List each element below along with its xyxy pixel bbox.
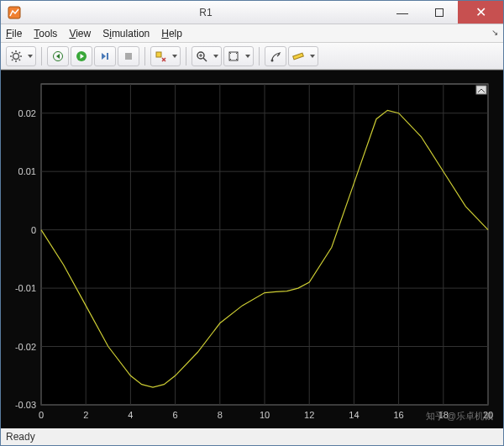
svg-line-10 [19, 52, 20, 53]
step-back-button[interactable] [47, 46, 69, 66]
svg-point-2 [13, 53, 19, 59]
svg-text:0.01: 0.01 [18, 166, 36, 176]
window-title: R1 [28, 7, 384, 18]
zoom-button[interactable] [192, 46, 222, 66]
menu-help[interactable]: Help [161, 28, 182, 39]
run-icon [76, 50, 87, 62]
configure-button[interactable] [6, 46, 36, 66]
svg-rect-14 [125, 53, 132, 60]
svg-rect-1 [436, 8, 444, 16]
menu-bar: File Tools View Simulation Help ↘ [1, 24, 503, 43]
svg-text:8: 8 [218, 410, 223, 420]
svg-line-9 [12, 59, 13, 60]
svg-text:14: 14 [349, 410, 359, 420]
minimize-button[interactable]: — [384, 1, 421, 24]
status-text: Ready [6, 431, 35, 443]
ruler-icon [292, 50, 304, 62]
cursor-button[interactable] [265, 46, 286, 66]
svg-text:6: 6 [173, 410, 178, 420]
svg-text:0: 0 [39, 410, 44, 420]
menu-corner-icon[interactable]: ↘ [491, 28, 498, 37]
gear-icon [10, 50, 22, 62]
svg-text:2: 2 [83, 410, 88, 420]
close-button[interactable]: ✕ [458, 1, 503, 24]
svg-line-8 [19, 59, 20, 60]
status-bar: Ready [1, 428, 503, 444]
step-forward-button[interactable] [94, 46, 116, 66]
svg-rect-15 [156, 52, 161, 57]
highlight-icon [155, 50, 166, 62]
plot-area[interactable]: 02468101214161820-0.03-0.02-0.0100.010.0… [1, 70, 503, 428]
svg-text:20: 20 [483, 410, 493, 420]
svg-text:0.02: 0.02 [18, 108, 36, 118]
svg-line-7 [12, 52, 13, 53]
chevron-down-icon [213, 55, 218, 58]
maximize-button[interactable] [421, 1, 458, 24]
toolbar-separator [259, 47, 260, 66]
svg-text:-0.01: -0.01 [15, 283, 36, 293]
stop-icon [123, 50, 134, 62]
window-buttons: — ✕ [384, 1, 503, 24]
svg-text:-0.03: -0.03 [15, 400, 36, 410]
svg-rect-22 [293, 53, 304, 60]
toolbar [1, 43, 503, 70]
toolbar-separator [41, 47, 42, 66]
highlight-button[interactable] [150, 46, 181, 66]
chevron-down-icon [310, 55, 315, 58]
cursor-icon [270, 50, 281, 62]
stop-button[interactable] [118, 46, 139, 66]
svg-text:10: 10 [260, 410, 270, 420]
chevron-down-icon [28, 55, 33, 58]
step-back-icon [52, 50, 64, 62]
autoscale-icon [228, 50, 239, 62]
svg-text:16: 16 [393, 410, 403, 420]
svg-text:12: 12 [304, 410, 314, 420]
app-icon [4, 3, 24, 23]
menu-simulation[interactable]: Simulation [102, 28, 150, 39]
menu-tools[interactable]: Tools [34, 28, 57, 39]
step-forward-icon [99, 50, 111, 62]
svg-rect-59 [476, 86, 486, 94]
toolbar-separator [144, 47, 145, 66]
menu-view[interactable]: View [69, 28, 91, 39]
svg-text:18: 18 [438, 410, 449, 420]
chevron-down-icon [245, 55, 250, 58]
svg-rect-13 [107, 53, 108, 60]
svg-line-17 [203, 58, 207, 61]
title-bar: R1 — ✕ [1, 1, 503, 24]
menu-file[interactable]: File [6, 28, 22, 39]
svg-point-21 [271, 59, 274, 61]
run-button[interactable] [71, 46, 92, 66]
measure-button[interactable] [288, 46, 318, 66]
autoscale-button[interactable] [223, 46, 254, 66]
svg-text:0: 0 [31, 225, 36, 235]
zoom-icon [196, 50, 207, 62]
svg-text:-0.02: -0.02 [15, 342, 36, 352]
toolbar-separator [186, 47, 186, 66]
scope-chart: 02468101214161820-0.03-0.02-0.0100.010.0… [1, 71, 503, 428]
svg-text:4: 4 [128, 410, 133, 420]
chevron-down-icon [172, 55, 177, 58]
